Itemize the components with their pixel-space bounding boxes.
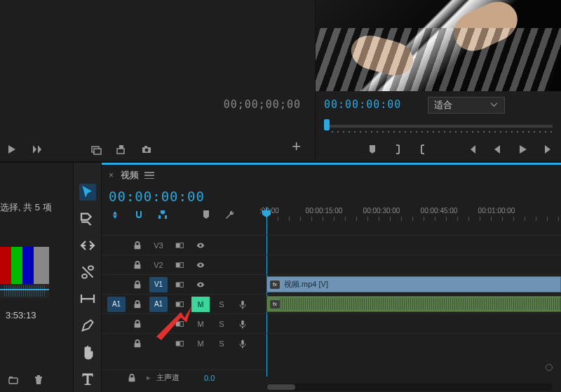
rate-stretch-tool[interactable] xyxy=(79,290,96,307)
add-button[interactable]: + xyxy=(292,137,301,156)
mic-icon[interactable] xyxy=(234,297,252,312)
in-bracket-icon[interactable] xyxy=(391,143,404,156)
sync-lock-icon[interactable] xyxy=(170,238,189,253)
lock-icon[interactable] xyxy=(128,336,147,351)
source-patch-a1[interactable]: A1 xyxy=(107,297,126,312)
track-label[interactable]: A1 xyxy=(149,297,168,312)
svg-rect-20 xyxy=(180,341,183,346)
program-timecode[interactable]: 00:00:00:00 xyxy=(324,98,401,111)
track-header-a1[interactable]: A1 A1 M S xyxy=(102,294,266,313)
new-bin-icon[interactable] xyxy=(7,374,20,386)
type-tool[interactable] xyxy=(79,370,96,387)
export-a-icon[interactable] xyxy=(90,143,102,156)
track-header-v2[interactable]: V2 xyxy=(102,255,266,274)
sequence-tab[interactable]: × 视频 xyxy=(102,165,561,186)
track-header-a3[interactable]: M S xyxy=(102,333,266,353)
go-in-icon[interactable] xyxy=(466,143,478,156)
zoom-dropdown[interactable]: 适合 xyxy=(428,97,505,114)
wrench-icon[interactable] xyxy=(224,208,236,221)
clip-thumbnail[interactable] xyxy=(0,247,49,288)
svg-rect-1 xyxy=(94,149,101,154)
program-scrubber[interactable] xyxy=(316,121,561,139)
svg-rect-18 xyxy=(180,321,183,326)
tab-menu-icon[interactable] xyxy=(144,172,154,179)
mute-button[interactable]: M xyxy=(191,336,210,351)
marker-icon[interactable] xyxy=(366,143,379,156)
svg-rect-17 xyxy=(176,321,180,326)
selection-info: 选择, 共 5 项 xyxy=(0,201,52,214)
mute-button[interactable]: M xyxy=(191,316,210,332)
snap-icon[interactable] xyxy=(133,208,145,221)
track-select-tool[interactable] xyxy=(79,210,96,227)
step-fwd-icon[interactable] xyxy=(541,143,554,156)
mute-button[interactable]: M xyxy=(191,297,210,312)
ruler-label: 00:00:30:00 xyxy=(363,207,400,215)
fx-badge[interactable]: fx xyxy=(270,281,280,289)
camera-icon[interactable] xyxy=(140,143,153,156)
source-timecode: 00;00;00;00 xyxy=(224,98,301,111)
zoom-handle-icon[interactable] xyxy=(546,364,553,371)
play-icon[interactable] xyxy=(6,143,18,156)
solo-button[interactable]: S xyxy=(212,316,231,332)
export-b-icon[interactable] xyxy=(115,143,128,156)
ripple-tool[interactable] xyxy=(79,237,96,254)
eye-icon[interactable] xyxy=(191,277,210,292)
sync-lock-icon[interactable] xyxy=(170,336,189,351)
master-value[interactable]: 0.0 xyxy=(204,374,215,382)
time-ruler[interactable]: :00:00 00:00:15:00 00:00:30:00 00:00:45:… xyxy=(266,207,561,222)
sync-lock-icon[interactable] xyxy=(170,316,189,332)
timeline-panel: × 视频 00:00:00:00 :00:00 00:00:15:00 00:0… xyxy=(102,163,561,392)
svg-rect-14 xyxy=(180,282,183,287)
svg-point-5 xyxy=(145,149,149,152)
close-tab-icon[interactable]: × xyxy=(109,170,114,180)
insert-icon[interactable] xyxy=(31,143,43,156)
scrubber-playhead[interactable] xyxy=(324,119,330,130)
eye-icon[interactable] xyxy=(191,238,210,253)
sync-lock-icon[interactable] xyxy=(170,257,189,273)
razor-tool[interactable] xyxy=(79,264,96,281)
timeline-scrollbar[interactable] xyxy=(266,384,553,391)
svg-rect-13 xyxy=(176,282,180,287)
step-back-icon[interactable] xyxy=(491,143,503,156)
eye-icon[interactable] xyxy=(191,257,210,273)
hand-tool[interactable] xyxy=(79,344,96,360)
svg-rect-15 xyxy=(176,302,180,306)
out-bracket-icon[interactable] xyxy=(417,143,429,156)
selection-tool[interactable] xyxy=(79,184,96,201)
track-label[interactable]: V1 xyxy=(149,277,168,292)
lock-icon[interactable] xyxy=(128,257,147,273)
solo-button[interactable]: S xyxy=(212,336,231,351)
track-header-v1[interactable]: V1 xyxy=(102,274,266,294)
master-track[interactable]: ▸ 主声道 0.0 xyxy=(102,370,266,385)
lock-icon[interactable] xyxy=(123,370,141,386)
tools-panel xyxy=(74,163,102,392)
clips-area[interactable]: fx 视频.mp4 [V] fx xyxy=(266,235,561,385)
solo-button[interactable]: S xyxy=(212,297,231,312)
mic-icon[interactable] xyxy=(234,336,252,351)
lock-icon[interactable] xyxy=(128,238,147,253)
sync-lock-icon[interactable] xyxy=(170,277,189,292)
track-header-a2[interactable]: M S xyxy=(102,313,266,333)
play-icon[interactable] xyxy=(516,143,529,156)
video-clip[interactable]: fx 视频.mp4 [V] xyxy=(266,276,561,292)
source-buttons xyxy=(6,143,153,156)
svg-rect-11 xyxy=(176,262,180,267)
sequence-timecode[interactable]: 00:00:00:00 xyxy=(102,186,561,204)
pen-tool[interactable] xyxy=(79,317,96,334)
svg-rect-7 xyxy=(9,378,18,384)
scrollbar-thumb[interactable] xyxy=(267,384,295,390)
linked-icon[interactable] xyxy=(156,208,169,221)
mic-icon[interactable] xyxy=(234,316,252,332)
sync-lock-icon[interactable] xyxy=(170,297,189,312)
fx-badge[interactable]: fx xyxy=(270,300,280,309)
lock-icon[interactable] xyxy=(128,277,147,292)
audio-clip[interactable]: fx xyxy=(266,296,561,312)
source-monitor-panel: 00;00;00;00 + xyxy=(0,0,316,161)
marker-add-icon[interactable] xyxy=(200,208,212,221)
lock-icon[interactable] xyxy=(128,297,147,312)
track-header-v3[interactable]: V3 xyxy=(102,235,266,255)
svg-rect-8 xyxy=(9,377,13,378)
nest-icon[interactable] xyxy=(109,208,121,221)
lock-icon[interactable] xyxy=(128,316,147,332)
trash-icon[interactable] xyxy=(32,374,45,386)
